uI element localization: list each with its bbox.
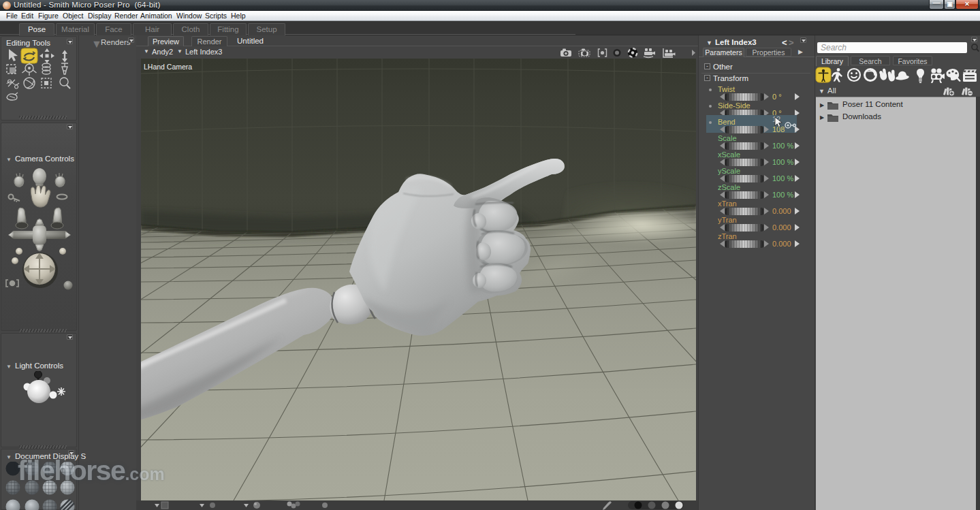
svg-text:LHand Camera: LHand Camera: [144, 63, 192, 71]
